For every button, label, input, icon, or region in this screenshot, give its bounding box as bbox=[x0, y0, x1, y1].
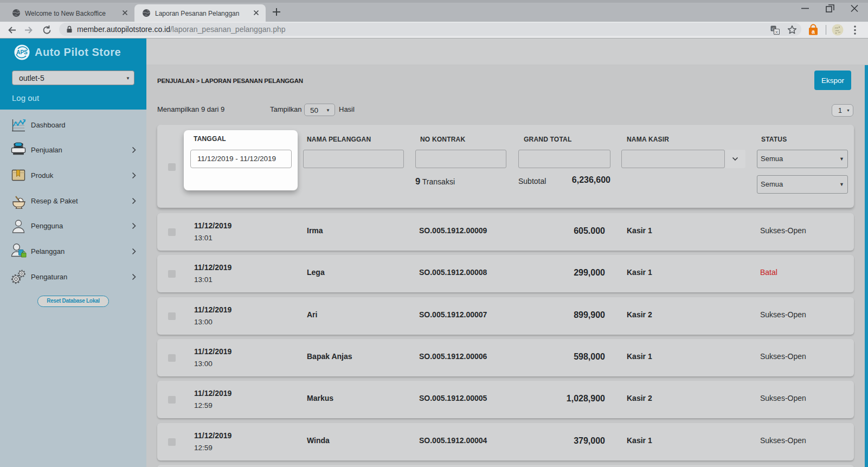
svg-text:APS: APS bbox=[16, 49, 28, 55]
svg-text:a: a bbox=[812, 28, 815, 35]
svg-text:X: X bbox=[775, 30, 779, 35]
